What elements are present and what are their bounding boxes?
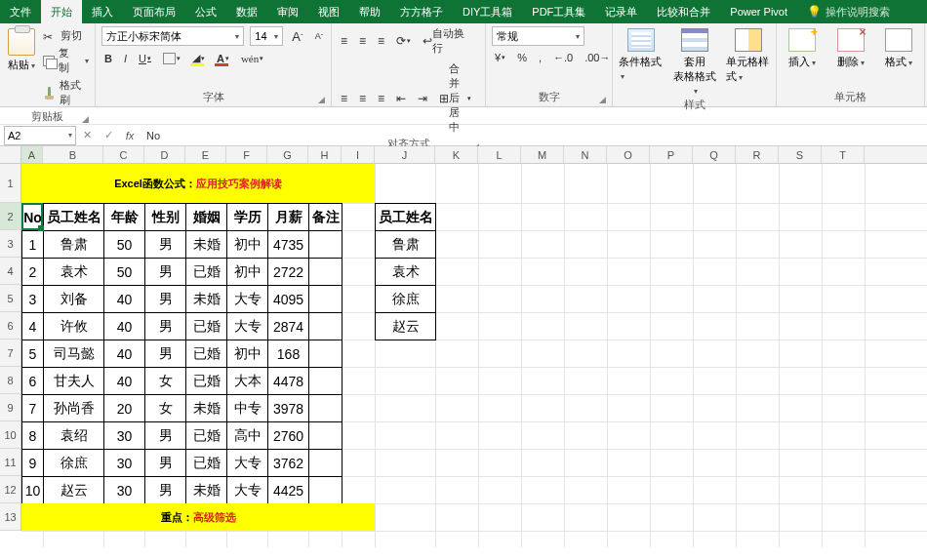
ribbon-tab[interactable]: 数据	[226, 0, 267, 23]
ribbon-tab[interactable]: 公式	[185, 0, 226, 23]
table-cell[interactable]	[309, 395, 343, 422]
merge-center-button[interactable]: ⊞ 合并后居中▾	[436, 61, 474, 135]
table-cell[interactable]	[309, 422, 343, 450]
italic-button[interactable]: I	[121, 53, 130, 64]
table-cell[interactable]: 男	[145, 450, 186, 477]
table-cell[interactable]: 40	[104, 368, 145, 395]
cell-styles-button[interactable]: 单元格样式▾	[726, 28, 770, 96]
table-cell[interactable]: 男	[145, 259, 186, 286]
ribbon-tab[interactable]: 页面布局	[123, 0, 185, 23]
row-header[interactable]: 11	[0, 449, 20, 476]
table-cell[interactable]: 大本	[227, 368, 268, 395]
row-header[interactable]: 13	[0, 503, 20, 531]
delete-cells-button[interactable]: 删除▾	[831, 28, 870, 69]
row-header[interactable]: 1	[0, 164, 20, 203]
format-painter-button[interactable]: 格式刷	[43, 78, 89, 107]
table-cell[interactable]: 大专	[227, 477, 268, 504]
table-cell[interactable]: 司马懿	[44, 340, 104, 368]
name-box[interactable]: A2▾	[4, 126, 76, 145]
table-cell[interactable]: 高中	[227, 422, 268, 450]
table-cell[interactable]: 初中	[227, 231, 268, 259]
column-header[interactable]: C	[103, 146, 144, 163]
table-cell[interactable]: 男	[145, 340, 186, 368]
align-center-button[interactable]: ≡	[356, 92, 369, 105]
row-header[interactable]: 10	[0, 421, 20, 449]
table-cell[interactable]: 男	[145, 422, 186, 450]
shrink-font-button[interactable]: Aˇ	[312, 31, 326, 41]
table-header[interactable]: 学历	[227, 204, 268, 231]
comma-button[interactable]: ,	[536, 52, 544, 63]
format-cells-button[interactable]: 格式▾	[879, 28, 918, 69]
column-header[interactable]: T	[822, 146, 865, 163]
table-cell[interactable]	[309, 313, 343, 340]
table-cell[interactable]: 徐庶	[376, 286, 436, 313]
table-cell[interactable]: 初中	[227, 259, 268, 286]
table-header[interactable]: 性别	[145, 204, 186, 231]
orientation-button[interactable]: ⟳▾	[393, 34, 414, 48]
confirm-entry-button[interactable]: ✓	[98, 129, 119, 141]
column-header[interactable]: A	[21, 146, 43, 163]
underline-button[interactable]: U▾	[136, 53, 154, 64]
table-cell[interactable]: 9	[22, 450, 44, 477]
column-header[interactable]: N	[564, 146, 607, 163]
copy-button[interactable]: 复制▾	[43, 46, 89, 75]
table-cell[interactable]	[309, 259, 343, 286]
row-header[interactable]: 6	[0, 312, 20, 340]
tell-me-search[interactable]: 💡 操作说明搜索	[807, 0, 890, 23]
percent-button[interactable]: %	[514, 52, 530, 63]
column-header[interactable]: S	[779, 146, 822, 163]
bold-button[interactable]: B	[101, 53, 115, 64]
fill-color-button[interactable]: ◢▾	[189, 52, 208, 64]
table-cell[interactable]: 50	[104, 259, 145, 286]
column-header[interactable]: J	[375, 146, 435, 163]
font-size-select[interactable]: 14▾	[250, 26, 283, 46]
table-cell[interactable]: 女	[145, 368, 186, 395]
table-cell[interactable]: 已婚	[186, 368, 227, 395]
format-as-table-button[interactable]: 套用 表格格式▾	[672, 28, 716, 96]
table-cell[interactable]: 40	[104, 340, 145, 368]
table-cell[interactable]: 女	[145, 395, 186, 422]
table-cell[interactable]: 男	[145, 231, 186, 259]
table-cell[interactable]: 甘夫人	[44, 368, 104, 395]
table-cell[interactable]	[309, 231, 343, 259]
phonetic-button[interactable]: wén▾	[238, 53, 266, 64]
row-header[interactable]: 3	[0, 230, 20, 258]
table-cell[interactable]: 1	[22, 231, 44, 259]
border-button[interactable]: ▾	[160, 53, 183, 64]
table-cell[interactable]: 2722	[268, 259, 309, 286]
column-header[interactable]: P	[650, 146, 693, 163]
align-left-button[interactable]: ≡	[338, 92, 350, 105]
row-header[interactable]: 9	[0, 394, 20, 421]
column-header[interactable]: K	[435, 146, 478, 163]
table-cell[interactable]: 未婚	[186, 231, 227, 259]
row-header[interactable]: 4	[0, 258, 20, 285]
table-cell[interactable]: 2	[22, 259, 44, 286]
table-cell[interactable]: 4	[22, 313, 44, 340]
table-cell[interactable]: 许攸	[44, 313, 104, 340]
decrease-decimal-button[interactable]: .00→	[582, 52, 613, 63]
table-cell[interactable]: 赵云	[44, 477, 104, 504]
column-header[interactable]: E	[185, 146, 226, 163]
table-cell[interactable]: 刘备	[44, 286, 104, 313]
column-header[interactable]: L	[478, 146, 521, 163]
table-cell[interactable]: 赵云	[376, 313, 436, 340]
table-cell[interactable]: 孙尚香	[44, 395, 104, 422]
table-header[interactable]: 员工姓名	[44, 204, 104, 231]
column-header[interactable]: I	[342, 146, 375, 163]
table-cell[interactable]: 4095	[268, 286, 309, 313]
align-right-button[interactable]: ≡	[375, 92, 387, 105]
table-cell[interactable]: 2874	[268, 313, 309, 340]
table-cell[interactable]: 已婚	[186, 340, 227, 368]
align-middle-button[interactable]: ≡	[356, 34, 369, 48]
table-cell[interactable]	[309, 340, 343, 368]
ribbon-tab[interactable]: DIY工具箱	[453, 0, 522, 23]
table-cell[interactable]: 30	[104, 450, 145, 477]
table-cell[interactable]: 鲁肃	[376, 231, 436, 259]
table-cell[interactable]: 初中	[227, 340, 268, 368]
table-cell[interactable]: 4478	[268, 368, 309, 395]
table-cell[interactable]: 袁绍	[44, 422, 104, 450]
table-cell[interactable]: 20	[104, 395, 145, 422]
table-cell[interactable]: 7	[22, 395, 44, 422]
table-cell[interactable]: 4735	[268, 231, 309, 259]
ribbon-tab[interactable]: 视图	[308, 0, 349, 23]
